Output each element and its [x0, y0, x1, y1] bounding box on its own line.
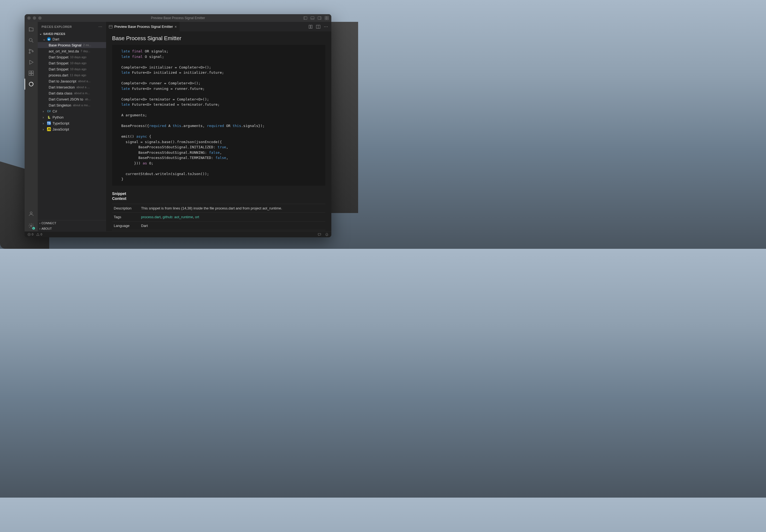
tree-item[interactable]: process.dart 11 days ago	[38, 72, 106, 78]
tag[interactable]: github: aot_runtime	[163, 215, 193, 219]
pieces-activity[interactable]	[25, 79, 38, 90]
chevron-right-icon: ›	[43, 109, 45, 113]
maximize-window-button[interactable]	[38, 16, 42, 20]
layout-sidebar-left-icon[interactable]	[304, 16, 307, 20]
svg-point-13	[29, 52, 30, 54]
extensions-activity[interactable]	[25, 68, 38, 79]
status-errors[interactable]: 0	[27, 233, 33, 237]
open-changes-icon[interactable]	[308, 25, 313, 29]
chevron-right-icon: ›	[43, 121, 45, 125]
dart-icon: ◈	[47, 37, 51, 41]
tag[interactable]: process.dart	[141, 215, 161, 219]
svg-rect-23	[109, 25, 112, 28]
page-title: Base Process Signal Emitter	[112, 35, 325, 42]
split-editor-icon[interactable]	[316, 25, 320, 29]
tab-preview[interactable]: Preview Base Process Signal Emitter ×	[106, 22, 180, 31]
sidebar-title: PIECES EXPLORER	[42, 25, 72, 28]
item-meta: 10 days ago	[70, 67, 86, 71]
tree-item[interactable]: Dart Snippet 10 days ago	[38, 54, 106, 60]
tag[interactable]: ort	[195, 215, 199, 219]
tree-item[interactable]: Dart to Javascript about a...	[38, 78, 106, 84]
warning-icon	[36, 233, 40, 236]
item-label: Dart Snippet	[49, 67, 68, 71]
about-section[interactable]: › ABOUT	[38, 226, 106, 231]
tree-item[interactable]: aot_ort_init_test.da 7 day...	[38, 48, 106, 54]
layout-sidebar-right-icon[interactable]	[318, 16, 322, 20]
run-debug-activity[interactable]	[25, 57, 38, 68]
meta-row-description: Description This snippet is from lines (…	[112, 204, 325, 212]
typescript-icon: TS	[47, 121, 51, 125]
tabs-row: Preview Base Process Signal Emitter × ⋯	[106, 22, 331, 31]
feedback-icon[interactable]	[318, 233, 321, 236]
tree-lang-csharp[interactable]: › C# C#	[38, 108, 106, 114]
chevron-right-icon: ›	[39, 227, 40, 230]
svg-rect-16	[29, 71, 31, 73]
svg-line-11	[32, 41, 33, 43]
tree-item[interactable]: Dart Snippet 10 days ago	[38, 66, 106, 72]
tree-lang-dart[interactable]: ⌄ ◈ Dart	[38, 36, 106, 42]
explorer-activity[interactable]	[25, 24, 38, 35]
item-label: Dart to Javascript	[49, 79, 76, 83]
activity-bar: 1	[25, 22, 38, 231]
window-title: Preview Base Process Signal Emitter	[151, 16, 205, 20]
item-meta: about a mo...	[73, 104, 90, 107]
tree-lang-typescript[interactable]: › TS TypeScript	[38, 120, 106, 126]
item-meta: about a ...	[76, 85, 90, 89]
close-window-button[interactable]	[27, 16, 31, 20]
section-label: SAVED PIECES	[43, 32, 65, 36]
svg-rect-17	[29, 73, 31, 75]
source-control-activity[interactable]	[25, 46, 38, 57]
item-label: aot_ort_init_test.da	[49, 49, 79, 53]
item-label: Dart Intersection	[49, 85, 75, 89]
error-icon	[27, 233, 31, 236]
minimize-window-button[interactable]	[33, 16, 36, 20]
tree-lang-javascript[interactable]: › JS JavaScript	[38, 126, 106, 132]
meta-label: Language	[112, 221, 139, 230]
editor-content[interactable]: Base Process Signal Emitter late final O…	[106, 31, 331, 231]
sidebar-more-icon[interactable]: ⋯	[98, 25, 102, 29]
search-activity[interactable]	[25, 35, 38, 46]
bell-icon[interactable]	[325, 233, 329, 236]
svg-rect-2	[311, 17, 314, 20]
tree-item[interactable]: Dart Snippet 10 days ago	[38, 60, 106, 66]
tree-lang-python[interactable]: › 🐍 Python	[38, 114, 106, 120]
tree-item[interactable]: Dart data class about a m...	[38, 90, 106, 96]
svg-rect-6	[325, 16, 326, 18]
chevron-right-icon: ›	[43, 127, 45, 131]
chevron-right-icon: ›	[39, 221, 40, 225]
tree-item[interactable]: Dart Singleton about a mo...	[38, 102, 106, 108]
settings-activity[interactable]: 1	[25, 220, 38, 231]
svg-point-14	[32, 51, 33, 52]
layout-panel-icon[interactable]	[311, 16, 314, 20]
chevron-right-icon: ›	[43, 115, 45, 119]
tab-label: Preview Base Process Signal Emitter	[114, 25, 173, 29]
tree-item[interactable]: Base Process Signal 2 mi...	[38, 42, 106, 48]
close-tab-icon[interactable]: ×	[175, 25, 177, 29]
context-header: Snippet Context	[112, 191, 325, 201]
section-label: ABOUT	[42, 227, 52, 230]
svg-rect-7	[327, 16, 328, 18]
lang-label: Dart	[52, 37, 59, 41]
accounts-activity[interactable]	[25, 208, 38, 219]
status-warnings[interactable]: 0	[36, 233, 42, 237]
settings-badge-icon: 1	[32, 227, 35, 230]
svg-marker-32	[37, 233, 39, 236]
svg-point-10	[29, 39, 32, 42]
connect-section[interactable]: › CONNECT	[38, 220, 106, 226]
item-meta: ab...	[85, 97, 90, 101]
more-actions-icon[interactable]: ⋯	[324, 24, 328, 29]
preview-icon	[109, 25, 113, 29]
editor-area: Preview Base Process Signal Emitter × ⋯ …	[106, 22, 331, 231]
tree-item[interactable]: Dart Convert JSON to ab...	[38, 96, 106, 102]
item-label: Base Process Signal	[49, 43, 81, 47]
saved-pieces-section[interactable]: ⌄ SAVED PIECES	[38, 31, 106, 36]
item-label: Dart Snippet	[49, 55, 68, 59]
meta-row-tags: Tags process.dart, github: aot_runtime, …	[112, 212, 325, 221]
meta-value: This snippet is from lines (14,38) insid…	[139, 204, 325, 212]
svg-rect-26	[311, 25, 312, 28]
titlebar: Preview Base Process Signal Emitter	[25, 14, 331, 22]
layout-customize-icon[interactable]	[325, 16, 329, 20]
svg-point-22	[30, 225, 32, 227]
tree-item[interactable]: Dart Intersection about a ...	[38, 84, 106, 90]
item-label: Dart data class	[49, 91, 72, 95]
